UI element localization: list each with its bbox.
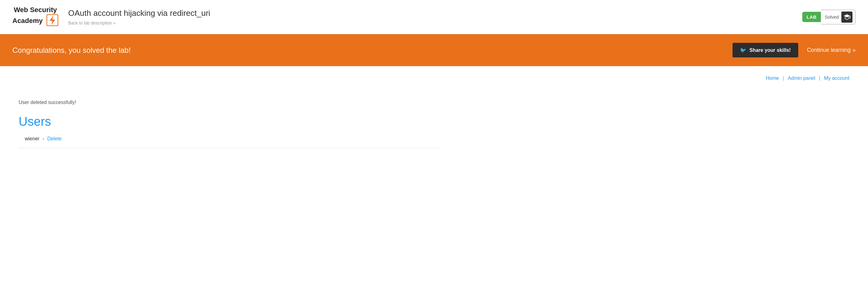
svg-point-4 [850, 18, 850, 18]
lab-title: OAuth account hijacking via redirect_uri [68, 8, 802, 18]
back-link[interactable]: Back to lab description » [68, 21, 802, 25]
continue-learning-link[interactable]: Continue learning » [807, 47, 856, 53]
admin-panel-link[interactable]: Admin panel [788, 76, 815, 81]
solved-pill: Solved [821, 10, 856, 25]
logo-text: Web Security Academy [12, 6, 58, 28]
share-skills-button[interactable]: 🐦 Share your skills! [733, 43, 798, 57]
main-area: Home | Admin panel | My account User del… [0, 66, 868, 158]
nav-links: Home | Admin panel | My account [0, 72, 868, 81]
graduation-hat-icon [841, 11, 852, 23]
user-row: wiener - Delete [19, 136, 440, 148]
nav-sep-2: | [819, 76, 820, 81]
header-right: LAB Solved [802, 10, 856, 25]
banner-actions: 🐦 Share your skills! Continue learning » [733, 43, 856, 57]
nav-sep-1: | [783, 76, 784, 81]
success-message: User deleted successfully! [12, 99, 453, 105]
page-header: Web Security Academy OAuth account hijac… [0, 0, 868, 34]
header-center: OAuth account hijacking via redirect_uri… [68, 8, 802, 25]
svg-marker-2 [844, 14, 850, 18]
username: wiener [25, 136, 39, 142]
twitter-icon: 🐦 [740, 47, 746, 53]
success-banner: Congratulations, you solved the lab! 🐦 S… [0, 34, 868, 66]
delete-link[interactable]: Delete [47, 136, 61, 142]
content-area: User deleted successfully! Users wiener … [0, 90, 465, 158]
logo-icon [46, 14, 58, 26]
dash-separator: - [42, 136, 44, 142]
my-account-link[interactable]: My account [824, 76, 849, 81]
solved-text: Solved [825, 14, 839, 20]
logo-area: Web Security Academy [12, 6, 58, 28]
section-title: Users [12, 115, 453, 129]
lab-badge: LAB [802, 12, 821, 22]
congratulations-text: Congratulations, you solved the lab! [12, 46, 131, 55]
home-link[interactable]: Home [766, 76, 779, 81]
